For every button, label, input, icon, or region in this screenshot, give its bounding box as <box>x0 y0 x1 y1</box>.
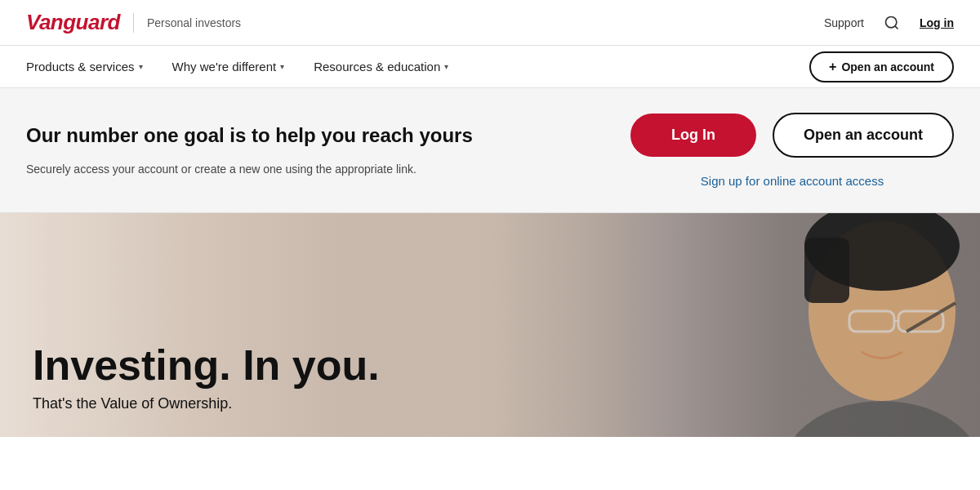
nav-left: Products & services ▾ Why we're differen… <box>26 46 463 88</box>
signup-link[interactable]: Sign up for online account access <box>701 174 884 188</box>
svg-point-8 <box>784 401 980 437</box>
hero-subtitle: Securely access your account or create a… <box>26 161 473 178</box>
top-bar-left: Vanguard Personal investors <box>26 10 241 35</box>
plus-icon: + <box>829 60 836 74</box>
top-bar-divider <box>133 13 134 33</box>
nav-different-label: Why we're different <box>172 60 277 74</box>
nav-open-account-button[interactable]: + Open an account <box>809 51 954 82</box>
login-button[interactable]: Log In <box>630 114 756 157</box>
svg-line-1 <box>895 25 898 29</box>
chevron-down-icon: ▾ <box>280 62 284 71</box>
chevron-down-icon: ▾ <box>444 62 448 71</box>
personal-investors-label: Personal investors <box>147 16 241 29</box>
search-button[interactable] <box>880 11 903 34</box>
svg-point-0 <box>886 16 897 27</box>
investing-title: Investing. In you. <box>33 342 380 389</box>
open-account-nav-label: Open an account <box>841 60 934 74</box>
support-link[interactable]: Support <box>824 16 864 29</box>
hero-right: Log In Open an account Sign up for onlin… <box>630 113 954 188</box>
top-login-link[interactable]: Log in <box>920 16 954 29</box>
search-icon <box>884 15 900 31</box>
nav-item-products[interactable]: Products & services ▾ <box>26 46 158 88</box>
top-bar: Vanguard Personal investors Support Log … <box>0 0 980 46</box>
hero-left: Our number one goal is to help you reach… <box>26 122 473 178</box>
top-bar-right: Support Log in <box>824 11 954 34</box>
hero-login-section: Our number one goal is to help you reach… <box>0 88 980 213</box>
person-silhouette <box>653 213 980 437</box>
chevron-down-icon: ▾ <box>139 62 143 71</box>
hero-buttons: Log In Open an account <box>630 113 954 158</box>
nav-bar: Products & services ▾ Why we're differen… <box>0 46 980 88</box>
main-image-overlay: Investing. In you. That's the Value of O… <box>33 342 380 412</box>
nav-item-different[interactable]: Why we're different ▾ <box>158 46 300 88</box>
nav-resources-label: Resources & education <box>314 60 440 74</box>
person-image-area <box>653 213 980 437</box>
vanguard-logo[interactable]: Vanguard <box>26 10 120 35</box>
nav-item-resources[interactable]: Resources & education ▾ <box>299 46 463 88</box>
open-account-hero-button[interactable]: Open an account <box>773 113 954 158</box>
main-image-section: Investing. In you. That's the Value of O… <box>0 213 980 437</box>
hero-title: Our number one goal is to help you reach… <box>26 122 473 148</box>
investing-subtitle: That's the Value of Ownership. <box>33 395 380 412</box>
svg-rect-4 <box>804 238 849 303</box>
nav-products-label: Products & services <box>26 60 135 74</box>
